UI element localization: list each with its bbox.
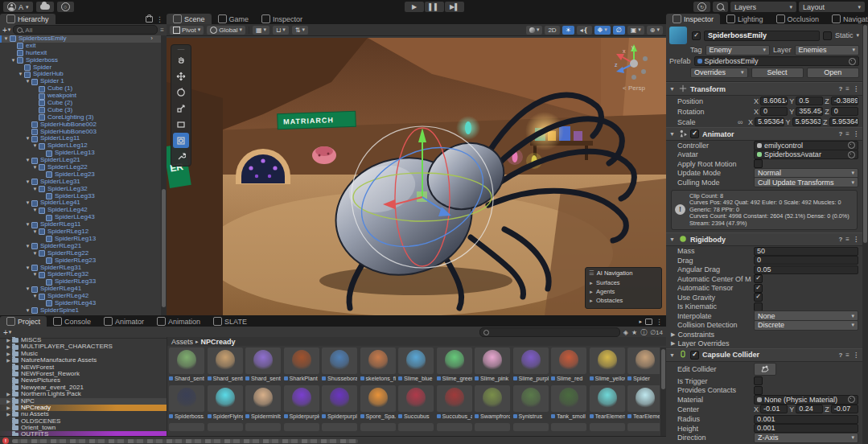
- orientation-gizmo[interactable]: y x z < Persp: [613, 43, 655, 92]
- foldout-open-icon[interactable]: ▼: [669, 131, 676, 137]
- help-icon[interactable]: ?: [838, 236, 842, 243]
- asset-tile[interactable]: [398, 423, 434, 431]
- hierarchy-item[interactable]: hurtexit: [0, 50, 161, 57]
- help-icon[interactable]: ?: [838, 85, 842, 92]
- component-menu-icon[interactable]: ⋮: [853, 352, 859, 359]
- global-toggle-button[interactable]: Global▾: [207, 26, 245, 35]
- asset-tile[interactable]: Slime_pink: [475, 347, 510, 382]
- asset-tile[interactable]: Shard_senti...: [169, 347, 204, 382]
- hierarchy-item[interactable]: ▼Spiderboss: [0, 57, 161, 64]
- snap-toggle-button[interactable]: ⊔▾: [273, 26, 289, 35]
- scale-tool-button[interactable]: [173, 101, 189, 116]
- property-checkbox[interactable]: [754, 159, 763, 168]
- hierarchy-item[interactable]: exit: [0, 43, 161, 50]
- error-icon[interactable]: !: [2, 438, 9, 444]
- foldout-open-icon[interactable]: ▼: [31, 271, 39, 278]
- prefab-open-arrow[interactable]: ›: [150, 35, 161, 43]
- vector-component-field[interactable]: -0.388957: [831, 97, 858, 105]
- grid-snap-button[interactable]: ▦▾: [253, 26, 269, 35]
- search-by-label-icon[interactable]: ★: [631, 329, 637, 336]
- help-icon[interactable]: ?: [838, 130, 842, 138]
- create-asset-button[interactable]: +▾: [3, 328, 11, 337]
- property-checkbox[interactable]: [754, 284, 763, 293]
- link-scale-icon[interactable]: ∞: [738, 118, 746, 126]
- tab-occlusion[interactable]: Occlusion: [770, 14, 826, 24]
- asset-tile[interactable]: Spiderpurple: [284, 385, 319, 420]
- vector-component-field[interactable]: 355.454: [796, 107, 823, 116]
- asset-tile[interactable]: Shard_senti...: [208, 347, 243, 382]
- vector-component-field[interactable]: 5.95364: [829, 117, 858, 126]
- breadcrumb-npcready[interactable]: NPCready: [201, 338, 236, 346]
- asset-tile[interactable]: Spiderminib...: [245, 385, 281, 420]
- search-by-type-icon[interactable]: ◈: [623, 329, 628, 336]
- audio-toggle-button[interactable]: ◂❴: [577, 26, 592, 35]
- help-icon[interactable]: ?: [838, 352, 842, 359]
- vector-component-field[interactable]: 0.24: [796, 405, 823, 413]
- foldout-open-icon[interactable]: ▼: [24, 286, 31, 293]
- foldout-open-icon[interactable]: ▼: [31, 164, 39, 171]
- inspector-scrollbar[interactable]: [862, 24, 868, 444]
- component-header[interactable]: ▼Transform?≡⋮: [666, 82, 862, 96]
- open-button[interactable]: Open: [807, 68, 859, 78]
- tab-inspector[interactable]: Inspector: [255, 14, 309, 24]
- foldout-open-icon[interactable]: ▼: [24, 157, 31, 164]
- object-picker-icon[interactable]: [849, 58, 856, 65]
- asset-tile[interactable]: TearElemen...: [627, 385, 660, 420]
- asset-tile[interactable]: SpiderFlying: [208, 385, 243, 420]
- object-field[interactable]: None (Physic Material): [754, 395, 858, 405]
- help-button[interactable]: ○: [57, 2, 74, 12]
- move-tool-button[interactable]: [173, 68, 189, 84]
- tab-navigation-obso[interactable]: Navigation (Obso: [825, 14, 868, 24]
- object-field[interactable]: emilycontrol: [754, 141, 858, 150]
- tag-dropdown[interactable]: Enemy▾: [706, 45, 770, 56]
- asset-tile[interactable]: Spider: [627, 347, 660, 382]
- hierarchy-item[interactable]: SpiderLLeg23: [0, 171, 161, 179]
- vector-component-field[interactable]: 0.5: [796, 97, 823, 105]
- vector-component-field[interactable]: 0: [831, 107, 858, 116]
- custom-tool-button[interactable]: [173, 149, 189, 164]
- foldout-closed-icon[interactable]: ▶: [5, 405, 12, 411]
- asset-tile[interactable]: [360, 423, 396, 431]
- hierarchy-item[interactable]: ▼SpiderSpine1: [0, 307, 161, 314]
- lock-icon[interactable]: [645, 319, 652, 325]
- presets-icon[interactable]: ≡: [845, 352, 849, 359]
- asset-tile[interactable]: Slime_purple: [513, 347, 549, 382]
- edit-collider-button[interactable]: [754, 363, 776, 376]
- presets-icon[interactable]: ≡: [845, 85, 849, 92]
- hierarchy-item[interactable]: SpiderLLeg13: [0, 150, 161, 157]
- component-menu-icon[interactable]: ⋮: [853, 85, 859, 92]
- foldout-open-icon[interactable]: ▼: [31, 228, 39, 236]
- hierarchy-item[interactable]: Cube (2): [0, 100, 161, 107]
- property-dropdown[interactable]: Z-Axis▾: [754, 433, 858, 443]
- asset-tile[interactable]: TearElemen...: [590, 385, 625, 420]
- drag-handle-icon[interactable]: ──: [171, 47, 191, 51]
- asset-tile[interactable]: Synistrus: [513, 385, 549, 420]
- asset-tile[interactable]: skeletons_fi...: [360, 347, 396, 382]
- hierarchy-item[interactable]: Cube (1): [0, 85, 161, 92]
- asset-tile[interactable]: Tank_smoll: [551, 385, 586, 420]
- tab-overflow-icon[interactable]: ▸: [639, 319, 642, 325]
- foldout-closed-icon[interactable]: ▶: [5, 398, 12, 405]
- asset-tile[interactable]: [551, 423, 586, 431]
- rotate-tool-button[interactable]: [173, 84, 189, 100]
- foldout-closed-icon[interactable]: ▶: [671, 331, 675, 338]
- static-checkbox[interactable]: [823, 31, 832, 40]
- cloud-button[interactable]: [36, 2, 54, 12]
- console-message[interactable]: [12, 439, 358, 443]
- foldout-open-icon[interactable]: ▼: [24, 135, 31, 142]
- asset-tile[interactable]: [475, 423, 510, 431]
- layers-dropdown[interactable]: Layers▾: [730, 2, 796, 12]
- create-object-button[interactable]: +▾: [2, 26, 10, 35]
- visibility-toggle-button[interactable]: ∅: [613, 26, 625, 35]
- camera-dropdown[interactable]: ▣▾: [627, 26, 644, 35]
- foldout-open-icon[interactable]: ▼: [24, 265, 31, 272]
- vector-component-field[interactable]: 5.953633: [792, 117, 821, 126]
- hierarchy-item[interactable]: SpiderRLeg43: [0, 300, 161, 307]
- pause-button[interactable]: ▌▌: [425, 2, 444, 12]
- panel-menu-icon[interactable]: ⋮: [156, 15, 163, 23]
- asset-grid-scrollbar[interactable]: [660, 347, 666, 437]
- nav-obstacles-foldout[interactable]: ►Obstacles: [589, 296, 658, 305]
- asset-tile[interactable]: Succubus: [398, 385, 434, 420]
- foldout-open-icon[interactable]: ▼: [31, 142, 39, 150]
- hierarchy-item[interactable]: SpiderHubBone003: [0, 129, 161, 136]
